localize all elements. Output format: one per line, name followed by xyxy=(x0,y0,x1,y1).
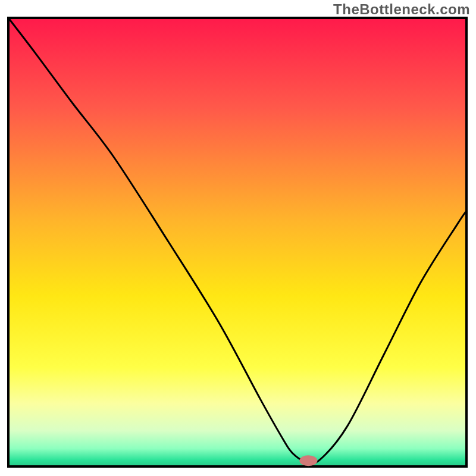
bottleneck-chart: TheBottleneck.com xyxy=(0,0,476,476)
chart-svg xyxy=(0,0,476,476)
watermark-text: TheBottleneck.com xyxy=(333,1,470,18)
plot-background xyxy=(8,18,466,466)
optimal-point-marker xyxy=(299,455,317,466)
